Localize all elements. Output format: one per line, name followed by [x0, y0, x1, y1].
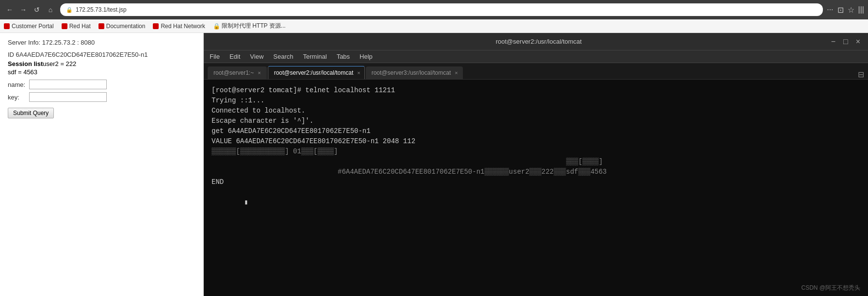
browser-menu: ··· ⊡ ☆ ||| — [827, 5, 864, 15]
menu-terminal[interactable]: Terminal — [303, 53, 327, 60]
csdn-watermark: CSDN @阿王不想秃头 — [801, 284, 860, 292]
term-line-8: ▒▒▒[▒▒▒▒] — [212, 157, 860, 167]
network-favicon — [153, 23, 159, 29]
bookmark-redhat-network[interactable]: Red Hat Network — [153, 23, 205, 30]
menu-help[interactable]: Help — [360, 53, 373, 60]
minimize-button[interactable]: − — [829, 36, 837, 47]
browser-chrome: ← → ↺ ⌂ 🔒 172.25.73.1/test.jsp ··· ⊡ ☆ |… — [0, 0, 868, 19]
redhat-favicon — [62, 23, 67, 29]
home-button[interactable]: ⌂ — [45, 4, 56, 16]
lock-icon: 🔒 — [66, 7, 73, 13]
cursor-prompt: ▮ — [244, 198, 248, 206]
menu-file[interactable]: File — [210, 53, 220, 60]
term-line-2: Trying ::1... — [212, 96, 860, 106]
profile-icon[interactable]: ⊟ — [858, 70, 864, 79]
extensions-icon[interactable]: ··· — [827, 5, 833, 15]
tab-label: root@server1:~ — [213, 69, 254, 76]
terminal-menu: File Edit View Search Terminal Tabs Help — [204, 50, 868, 63]
address-text: 172.25.73.1/test.jsp — [76, 6, 127, 13]
name-label: name: — [8, 81, 27, 88]
close-tab-1[interactable]: × — [258, 70, 261, 76]
menu-tabs[interactable]: Tabs — [337, 53, 350, 60]
submit-query-button[interactable]: Submit Query — [8, 108, 54, 118]
maximize-button[interactable]: □ — [841, 36, 850, 47]
bookmark-documentation[interactable]: Documentation — [98, 23, 146, 30]
terminal-tabs: root@server1:~ × root@server2:/usr/local… — [204, 63, 868, 80]
menu-view[interactable]: View — [250, 53, 263, 60]
key-input[interactable] — [29, 92, 107, 102]
bookmark-label: Documentation — [106, 23, 146, 30]
nav-buttons: ← → ↺ ⌂ — [4, 4, 56, 16]
session-list-label: Session list — [8, 60, 43, 67]
terminal-titlebar: root@server2:/usr/local/tomcat − □ × — [204, 33, 868, 50]
terminal-body[interactable]: [root@server2 tomcat]# telnet localhost … — [204, 80, 868, 296]
term-line-5: get 6A4AEDA7E6C20CD647EE8017062E7E50-n1 — [212, 126, 860, 136]
tab-label: root@server3:/usr/local/tomcat — [372, 69, 451, 76]
page-area: Server Info: 172.25.73.2 : 8080 ID 6A4AE… — [0, 33, 868, 296]
term-line-6: VALUE 6A4AEDA7E6C20CD647EE8017062E7E50-n… — [212, 136, 860, 147]
limit-favicon: 🔒 — [213, 23, 220, 30]
bookmarks-bar: Customer Portal Red Hat Documentation Re… — [0, 19, 868, 33]
doc-favicon — [98, 23, 104, 29]
term-cursor-line: ▮ — [212, 187, 860, 218]
back-button[interactable]: ← — [4, 4, 16, 16]
session-value: user2 = 222 — [43, 60, 76, 67]
bookmark-icon[interactable]: ⊡ — [837, 5, 844, 15]
tab-server3[interactable]: root@server3:/usr/local/tomcat × — [366, 66, 463, 79]
tab-label: root@server2:/usr/local/tomcat — [274, 69, 354, 76]
term-line-3: Connected to localhost. — [212, 106, 860, 116]
browser-toolbar: ← → ↺ ⌂ 🔒 172.25.73.1/test.jsp ··· ⊡ ☆ |… — [0, 0, 868, 19]
menu-search[interactable]: Search — [273, 53, 293, 60]
window-controls: − □ × — [829, 36, 862, 47]
terminal-window: root@server2:/usr/local/tomcat − □ × Fil… — [204, 33, 868, 296]
term-line-1: [root@server2 tomcat]# telnet localhost … — [212, 85, 860, 96]
key-row: key: — [8, 92, 196, 102]
menu-edit[interactable]: Edit — [229, 53, 240, 60]
bookmark-label: Customer Portal — [12, 23, 54, 30]
tab-server1[interactable]: root@server1:~ × — [208, 66, 267, 79]
close-tab-2[interactable]: × — [357, 70, 360, 76]
term-line-4: Escape character is '^]'. — [212, 116, 860, 126]
tab-server2[interactable]: root@server2:/usr/local/tomcat × — [268, 66, 365, 79]
session-id: ID 6A4AEDA7E6C20CD647EE8017062E7E50-n1 — [8, 51, 196, 58]
bookmark-limit[interactable]: 🔒 限制对代理 HTTP 资源... — [213, 22, 286, 30]
sdf-line: sdf = 4563 — [8, 68, 196, 76]
webpage-panel: Server Info: 172.25.73.2 : 8080 ID 6A4AE… — [0, 33, 204, 296]
portal-favicon — [4, 23, 10, 29]
name-input[interactable] — [29, 80, 107, 89]
star-icon[interactable]: ☆ — [848, 5, 854, 15]
bookmark-customer-portal[interactable]: Customer Portal — [4, 23, 54, 30]
term-line-10: END — [212, 177, 860, 187]
close-button[interactable]: × — [854, 36, 862, 47]
terminal-title: root@server2:/usr/local/tomcat — [248, 38, 829, 45]
refresh-button[interactable]: ↺ — [31, 4, 43, 16]
key-label: key: — [8, 94, 27, 101]
session-list: Session listuser2 = 222 — [8, 60, 196, 67]
bookmark-redhat[interactable]: Red Hat — [62, 23, 91, 30]
term-line-7: ▒▒▒▒▒▒[▒▒▒▒▒▒▒▒▒▒▒] 01▒▒▒[▒▒▒▒] — [212, 147, 860, 157]
server-info: Server Info: 172.25.73.2 : 8080 — [8, 39, 196, 46]
term-line-9: #6A4AEDA7E6C20CD647EE8017062E7E50-n1▒▒▒▒… — [212, 167, 860, 177]
bookmark-label: 限制对代理 HTTP 资源... — [222, 22, 286, 30]
bookmark-label: Red Hat — [69, 23, 91, 30]
close-tab-3[interactable]: × — [455, 70, 458, 76]
overflow-icon[interactable]: ||| — [858, 5, 864, 15]
name-row: name: — [8, 80, 196, 89]
forward-button[interactable]: → — [17, 4, 29, 16]
address-bar[interactable]: 🔒 172.25.73.1/test.jsp — [60, 3, 823, 16]
bookmark-label: Red Hat Network — [161, 23, 205, 30]
